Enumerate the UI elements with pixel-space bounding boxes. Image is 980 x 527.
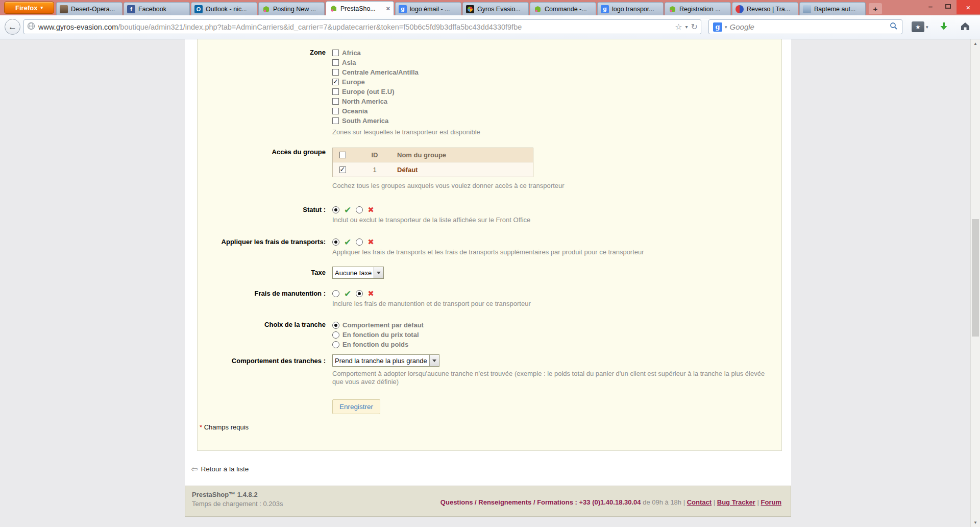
footer-left: PrestaShop™ 1.4.8.2 Temps de chargement … <box>192 491 283 516</box>
window-controls: – × <box>922 0 980 15</box>
forum-link[interactable]: Forum <box>761 498 781 506</box>
handling-fees-radio-disabled[interactable] <box>356 290 363 297</box>
zone-checkbox-africa[interactable] <box>332 50 339 56</box>
zone-checkbox-europe-out-eu[interactable] <box>332 88 339 95</box>
required-fields-note: * Champs requis <box>200 423 781 431</box>
zone-option-label: Africa <box>342 49 361 57</box>
chevron-down-icon <box>374 267 383 278</box>
range-radio-default[interactable] <box>332 322 339 329</box>
url-text: www.gyros-evasion.com/boutique/admin321/… <box>38 23 672 31</box>
range-choice-label: Choix de la tranche <box>198 320 332 349</box>
page-footer: PrestaShop™ 1.4.8.2 Temps de chargement … <box>185 486 791 517</box>
scrollbar-thumb[interactable] <box>972 219 979 337</box>
bookmark-star-icon[interactable]: ☆ <box>675 22 682 32</box>
range-option-label: En fonction du poids <box>342 341 408 348</box>
disabled-cross-icon: ✖ <box>368 290 374 297</box>
zone-checkbox-oceania[interactable] <box>332 108 339 114</box>
table-header-row: ID Nom du groupe <box>333 148 533 162</box>
group-row-id: 1 <box>352 166 397 174</box>
tab-posting-new[interactable]: Posting New ... <box>258 2 325 15</box>
required-text: Champs requis <box>204 423 249 431</box>
photo-favicon <box>803 5 811 13</box>
tab-title: Registration ... <box>679 6 727 13</box>
tab-facebook[interactable]: f Facebook <box>124 2 190 15</box>
window-maximize-button[interactable] <box>939 0 957 12</box>
zone-checkbox-north-america[interactable] <box>332 98 339 105</box>
search-icon[interactable] <box>890 22 898 32</box>
tab-logo-transport[interactable]: g logo transpor... <box>597 2 664 15</box>
tab-commande[interactable]: Commande -... <box>530 2 596 15</box>
tab-prestashop-active[interactable]: PrestaSho... × <box>326 1 394 15</box>
zone-option-europe: Europe <box>332 77 781 87</box>
joomla-favicon <box>466 5 474 13</box>
range-option-default: Comportement par défaut <box>332 320 781 330</box>
url-bar[interactable]: www.gyros-evasion.com/boutique/admin321/… <box>23 19 701 34</box>
tab-title: Facebook <box>138 6 186 13</box>
reload-icon[interactable]: ↻ <box>691 22 698 32</box>
bug-tracker-link[interactable]: Bug Tracker <box>717 498 755 506</box>
window-minimize-button[interactable]: – <box>922 0 939 12</box>
scroll-down-arrow[interactable]: ▼ <box>971 518 980 527</box>
back-button[interactable]: ← <box>5 19 20 35</box>
history-dropdown-icon[interactable]: ▾ <box>685 24 688 30</box>
tab-gyros-evasion[interactable]: Gyros Evasio... <box>462 2 529 15</box>
tab-outlook[interactable]: O Outlook - nic... <box>191 2 257 15</box>
reverso-favicon <box>736 5 744 13</box>
zone-option-label: Europe <box>342 78 365 86</box>
tab-logo-email[interactable]: g logo émail - ... <box>395 2 461 15</box>
group-row-checkbox[interactable] <box>339 166 346 173</box>
zone-option-asia: Asia <box>332 58 781 67</box>
disabled-cross-icon: ✖ <box>368 238 374 246</box>
zone-checkbox-asia[interactable] <box>332 59 339 66</box>
handling-fees-radio-enabled[interactable] <box>332 290 339 297</box>
handling-fees-row: Frais de manutention : ✔ ✖ Inclure les f… <box>198 289 781 308</box>
vertical-scrollbar[interactable]: ▲ ▼ <box>970 39 980 527</box>
zone-label: Zone <box>198 48 332 136</box>
shipping-fees-radio-disabled[interactable] <box>356 238 363 246</box>
range-choice-row: Choix de la tranche Comportement par déf… <box>198 320 781 349</box>
tab-registration[interactable]: Registration ... <box>665 2 731 15</box>
shipping-fees-row: Appliquer les frais de transports: ✔ ✖ A… <box>198 237 781 256</box>
group-access-label: Accès du groupe <box>198 148 332 190</box>
disabled-cross-icon: ✖ <box>368 206 374 213</box>
zone-option-label: South America <box>342 117 388 125</box>
outlook-favicon: O <box>194 5 203 13</box>
range-radio-weight[interactable] <box>332 341 339 348</box>
tab-title: Outlook - nic... <box>206 6 254 13</box>
new-tab-button[interactable]: + <box>869 3 882 14</box>
range-radio-price[interactable] <box>332 331 339 339</box>
contact-link[interactable]: Contact <box>687 498 712 506</box>
window-close-button[interactable]: × <box>957 0 980 14</box>
range-behavior-label: Comportement des tranches : <box>198 354 332 386</box>
search-input[interactable]: Google <box>730 22 887 31</box>
save-row: Enregistrer <box>198 399 781 414</box>
save-button[interactable]: Enregistrer <box>332 399 380 414</box>
select-all-checkbox[interactable] <box>339 152 346 158</box>
shipping-fees-radio-enabled[interactable] <box>332 238 339 246</box>
tab-reverso[interactable]: Reverso | Tra... <box>732 2 798 15</box>
downloads-button[interactable] <box>939 21 949 34</box>
back-to-list-link[interactable]: ⇦ Retour à la liste <box>191 464 249 474</box>
chevron-down-icon: ▾ <box>40 5 43 10</box>
bookmarks-menu-button[interactable]: ★ ▾ <box>912 21 928 32</box>
zone-checkbox-europe[interactable] <box>332 79 339 85</box>
close-tab-icon[interactable]: × <box>385 5 390 12</box>
home-button[interactable] <box>960 20 971 34</box>
statut-radio-disabled[interactable] <box>356 206 363 213</box>
tab-desert-operations[interactable]: Desert-Opera... <box>56 2 122 15</box>
tab-bapteme[interactable]: Bapteme aut... <box>799 2 866 15</box>
scroll-up-arrow[interactable]: ▲ <box>971 39 980 48</box>
range-option-price: En fonction du prix total <box>332 330 781 340</box>
zone-option-label: Europe (out E.U) <box>342 88 395 95</box>
tax-select[interactable]: Aucune taxe <box>332 267 384 279</box>
tab-title: logo émail - ... <box>410 6 458 13</box>
search-box[interactable]: g ▾ Google <box>708 19 902 34</box>
zone-option-label: Oceania <box>342 107 368 115</box>
firefox-menu-button[interactable]: Firefox▾ <box>4 2 54 14</box>
statut-radio-enabled[interactable] <box>332 206 339 213</box>
zone-checkbox-central-america[interactable] <box>332 69 339 76</box>
group-access-hint: Cochez tous les groupes auxquels vous vo… <box>332 182 781 190</box>
range-behavior-select[interactable]: Prend la tranche la plus grande <box>332 354 439 367</box>
search-engine-dropdown-icon[interactable]: ▾ <box>725 25 727 30</box>
zone-checkbox-south-america[interactable] <box>332 117 339 124</box>
